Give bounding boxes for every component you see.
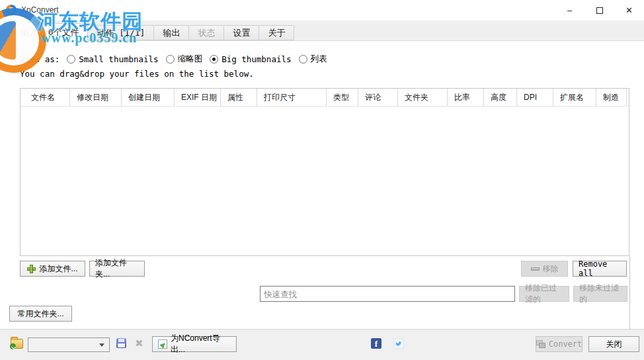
radio-label[interactable]: 缩略图	[178, 54, 203, 65]
maximize-button[interactable]	[584, 0, 614, 21]
add-folder-label: 添加文件夹...	[95, 257, 139, 280]
column-header-extension[interactable]: 扩展名	[553, 89, 596, 106]
bottom-toolbar: ✖ 为NConvert导出... f Convert 关闭	[0, 329, 644, 360]
file-list-table[interactable]: 文件名 修改日期 创建日期 EXIF 日期 属性 打印尺寸 类型 评论 文件夹 …	[20, 88, 629, 256]
clear-script-icon: ✖	[135, 338, 143, 349]
remove-unfiltered-button: 移除未过滤的	[573, 286, 627, 302]
column-header-filler	[627, 89, 633, 106]
column-header-ratio[interactable]: 比率	[448, 89, 484, 106]
remove-button: 移除	[521, 261, 568, 277]
convert-button: Convert	[536, 336, 583, 352]
add-files-label: 添加文件...	[39, 263, 77, 275]
plus-icon	[27, 265, 36, 273]
tab-actions[interactable]: 动作 [1/1]	[88, 25, 154, 40]
remove-filtered-button: 移除已过滤的	[519, 286, 569, 302]
radio-thumbnails[interactable]: 缩略图	[166, 54, 203, 65]
column-header-attributes[interactable]: 属性	[221, 89, 257, 106]
remove-all-button[interactable]: Remove all	[573, 261, 627, 277]
column-header-dpi[interactable]: DPI	[517, 89, 553, 106]
column-header-created[interactable]: 创建日期	[122, 89, 175, 106]
favorite-folders-button[interactable]: 常用文件夹...	[9, 306, 72, 322]
add-files-button[interactable]: 添加文件...	[20, 261, 85, 277]
chevron-down-icon	[99, 343, 104, 347]
column-header-height[interactable]: 高度	[484, 89, 517, 106]
close-button[interactable]: ✕	[614, 0, 644, 21]
tab-about[interactable]: 关于	[259, 25, 294, 40]
radio-icon[interactable]	[166, 55, 175, 64]
radio-label[interactable]: Big thumbnails	[221, 54, 291, 64]
twitter-icon[interactable]	[393, 338, 404, 349]
radio-icon[interactable]	[67, 55, 75, 64]
column-header-exif-date[interactable]: EXIF 日期	[175, 89, 221, 106]
title-bar: XnConvert — ✕	[0, 0, 644, 21]
panel-divider	[629, 256, 630, 329]
view-as-label: View as:	[20, 54, 60, 64]
column-header-type[interactable]: 类型	[327, 89, 358, 106]
column-header-manufacturer[interactable]: 制造	[596, 89, 627, 106]
export-icon	[158, 339, 167, 349]
column-header-filename[interactable]: 文件名	[20, 89, 70, 106]
remove-label: 移除	[543, 263, 559, 275]
quick-search-input[interactable]	[260, 286, 515, 302]
table-header-row: 文件名 修改日期 创建日期 EXIF 日期 属性 打印尺寸 类型 评论 文件夹 …	[20, 89, 629, 107]
radio-small-thumbnails[interactable]: Small thumbnails	[67, 54, 158, 64]
column-header-print-size[interactable]: 打印尺寸	[257, 89, 327, 106]
radio-icon[interactable]	[299, 55, 307, 64]
twitter-bird-icon	[395, 339, 403, 347]
save-script-icon[interactable]	[116, 338, 126, 348]
tab-status: 状态	[189, 25, 224, 40]
add-folder-button[interactable]: 添加文件夹...	[89, 261, 145, 277]
facebook-icon[interactable]: f	[371, 338, 382, 349]
app-icon	[6, 5, 17, 15]
view-as-row: View as: Small thumbnails 缩略图 Big thumbn…	[20, 54, 335, 64]
column-header-modified[interactable]: 修改日期	[70, 89, 122, 106]
dragdrop-hint: You can drag&drop your files on the list…	[20, 69, 254, 79]
tab-input[interactable]: 输入: 0个文件	[11, 23, 88, 41]
radio-list-view[interactable]: 列表	[299, 54, 327, 65]
minus-icon	[531, 265, 540, 273]
radio-label[interactable]: Small thumbnails	[79, 54, 158, 64]
convert-label: Convert	[549, 339, 583, 349]
tab-output[interactable]: 输出	[154, 25, 189, 40]
radio-icon[interactable]	[210, 55, 218, 64]
window-title: XnConvert	[21, 5, 59, 15]
images-icon	[536, 340, 545, 348]
file-list-empty-area[interactable]	[20, 107, 629, 255]
open-folder-icon[interactable]	[11, 339, 23, 349]
column-header-comment[interactable]: 评论	[358, 89, 398, 106]
radio-label[interactable]: 列表	[311, 54, 327, 65]
script-combobox[interactable]	[28, 338, 110, 352]
minimize-button[interactable]: —	[555, 0, 584, 21]
export-label: 为NConvert导出...	[171, 333, 231, 355]
export-nconvert-button[interactable]: 为NConvert导出...	[152, 336, 237, 352]
radio-big-thumbnails[interactable]: Big thumbnails	[210, 54, 291, 64]
tab-bar: 输入: 0个文件 动作 [1/1] 输出 状态 设置 关于	[0, 21, 644, 41]
close-app-button[interactable]: 关闭	[588, 336, 639, 352]
column-header-folder[interactable]: 文件夹	[398, 89, 448, 106]
maximize-icon	[596, 7, 603, 14]
tab-settings[interactable]: 设置	[224, 25, 259, 40]
input-tab-panel: View as: Small thumbnails 缩略图 Big thumbn…	[0, 41, 644, 329]
